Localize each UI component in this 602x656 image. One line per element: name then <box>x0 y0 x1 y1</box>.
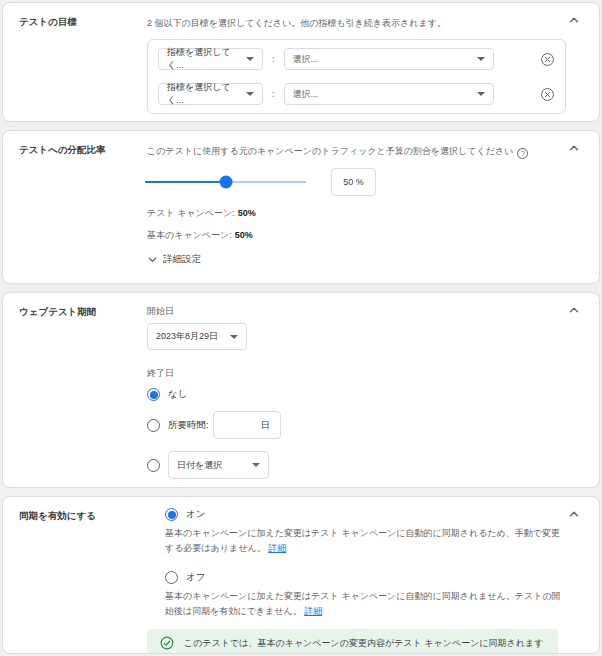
section-title: テストの目標 <box>19 13 147 114</box>
sync-option-off: オフ <box>165 571 563 584</box>
stat-label: 基本のキャンペーン: <box>147 230 232 240</box>
radio-none-label[interactable]: なし <box>168 388 187 401</box>
sync-on-description: 基本のキャンペーンに加えた変更はテスト キャンペーンに自動的に同期されるため、手… <box>165 526 563 557</box>
stat-test-campaign: テスト キャンペーン:50% <box>147 207 563 220</box>
stat-value: 50% <box>238 208 256 218</box>
metric-select[interactable]: 指標を選択してく... <box>158 83 263 105</box>
slider-fill <box>145 181 226 183</box>
radio-none[interactable] <box>147 388 160 401</box>
section-experiment-duration: ウェブテスト期間 開始日 2023年8月29日 終了日 なし 所要時間: 日 <box>2 292 600 488</box>
radio-sync-off[interactable] <box>165 571 178 584</box>
radio-sync-off-label[interactable]: オフ <box>186 571 205 584</box>
goal-value-placeholder: 選択... <box>293 88 319 101</box>
radio-duration-label[interactable]: 所要時間: <box>168 419 209 432</box>
end-option-date: 日付を選択 <box>147 451 563 479</box>
chevron-down-icon <box>147 254 158 265</box>
metric-select-value: 指標を選択してく... <box>167 46 246 72</box>
stat-value: 50% <box>235 230 253 240</box>
end-option-none: なし <box>147 388 563 401</box>
remove-goal-button[interactable] <box>540 87 555 102</box>
end-date-label: 終了日 <box>147 365 563 380</box>
split-description-text: このテストに使用する元のキャンペーンのトラフィックと予算の割合を選択してください <box>147 146 513 156</box>
goal-separator: : <box>272 89 275 99</box>
sync-off-description: 基本のキャンペーンに加えた変更はテスト キャンペーンに自動的に同期されません。テ… <box>165 589 563 620</box>
section-title: ウェブテスト期間 <box>19 303 147 479</box>
sync-notice-text: このテストでは、基本のキャンペーンの変更内容がテスト キャンペーンに同期されます <box>184 637 543 650</box>
split-value-box[interactable]: 50 % <box>331 168 376 196</box>
caret-down-icon <box>246 92 254 96</box>
traffic-split-slider[interactable] <box>145 181 306 183</box>
goal-value-select[interactable]: 選択... <box>284 83 494 105</box>
collapse-chevron-icon[interactable] <box>566 506 582 522</box>
start-date-select[interactable]: 2023年8月29日 <box>147 323 247 350</box>
radio-duration[interactable] <box>147 419 160 432</box>
duration-days-input[interactable]: 日 <box>213 411 281 439</box>
section-enable-sync: 同期を有効にする オン 基本のキャンペーンに加えた変更はテスト キャンペーンに自… <box>2 496 600 654</box>
goal-row: 指標を選択してく... : 選択... <box>158 48 557 70</box>
section-traffic-split: テストへの分配比率 このテストに使用する元のキャンペーンのトラフィックと予算の割… <box>2 130 600 284</box>
learn-more-link[interactable]: 詳細 <box>304 606 322 616</box>
advanced-settings-toggle[interactable]: 詳細設定 <box>147 253 563 266</box>
sync-notice: このテストでは、基本のキャンペーンの変更内容がテスト キャンペーンに同期されます <box>147 629 558 654</box>
radio-sync-on[interactable] <box>165 508 178 521</box>
help-icon[interactable]: ? <box>517 148 528 159</box>
end-date-select[interactable]: 日付を選択 <box>168 451 269 479</box>
metric-select[interactable]: 指標を選択してく... <box>158 48 263 70</box>
collapse-chevron-icon[interactable] <box>566 12 582 28</box>
slider-thumb[interactable] <box>219 176 232 189</box>
section-title: 同期を有効にする <box>19 507 147 654</box>
goal-value-placeholder: 選択... <box>293 53 319 66</box>
advanced-settings-label: 詳細設定 <box>163 253 201 266</box>
collapse-chevron-icon[interactable] <box>566 140 582 156</box>
goal-value-select[interactable]: 選択... <box>284 48 494 70</box>
section-description: このテストに使用する元のキャンペーンのトラフィックと予算の割合を選択してください… <box>147 141 563 159</box>
end-option-duration: 所要時間: 日 <box>147 411 563 439</box>
section-title: テストへの分配比率 <box>19 141 147 266</box>
goals-container: 指標を選択してく... : 選択... 指標を選択してく... <box>147 39 566 114</box>
start-date-value: 2023年8月29日 <box>156 330 218 343</box>
duration-unit-label: 日 <box>261 419 270 432</box>
collapse-chevron-icon[interactable] <box>566 302 582 318</box>
radio-sync-on-label[interactable]: オン <box>186 508 205 521</box>
stat-base-campaign: 基本のキャンペーン:50% <box>147 229 563 242</box>
sync-option-on: オン <box>165 508 563 521</box>
caret-down-icon <box>246 57 254 61</box>
stat-label: テスト キャンペーン: <box>147 208 235 218</box>
radio-end-date[interactable] <box>147 459 160 472</box>
split-stats: テスト キャンペーン:50% 基本のキャンペーン:50% <box>147 207 563 242</box>
caret-down-icon <box>252 463 260 467</box>
caret-down-icon <box>477 57 485 61</box>
sync-off-description-text: 基本のキャンペーンに加えた変更はテスト キャンペーンに自動的に同期されません。テ… <box>165 591 561 616</box>
section-description: 2 個以下の目標を選択してください。他の指標も引き続き表示されます。 <box>147 13 563 30</box>
caret-down-icon <box>477 92 485 96</box>
remove-goal-button[interactable] <box>540 52 555 67</box>
goal-separator: : <box>272 54 275 64</box>
caret-down-icon <box>230 335 238 339</box>
learn-more-link[interactable]: 詳細 <box>268 543 286 553</box>
section-test-goals: テストの目標 2 個以下の目標を選択してください。他の指標も引き続き表示されます… <box>2 2 600 122</box>
metric-select-value: 指標を選択してく... <box>167 81 246 107</box>
slider-row: 50 % <box>147 167 563 197</box>
sync-on-description-text: 基本のキャンペーンに加えた変更はテスト キャンペーンに自動的に同期されるため、手… <box>165 528 560 553</box>
end-date-placeholder: 日付を選択 <box>177 459 222 472</box>
goal-row: 指標を選択してく... : 選択... <box>158 83 557 105</box>
check-circle-icon <box>160 636 174 650</box>
start-date-label: 開始日 <box>147 303 563 318</box>
